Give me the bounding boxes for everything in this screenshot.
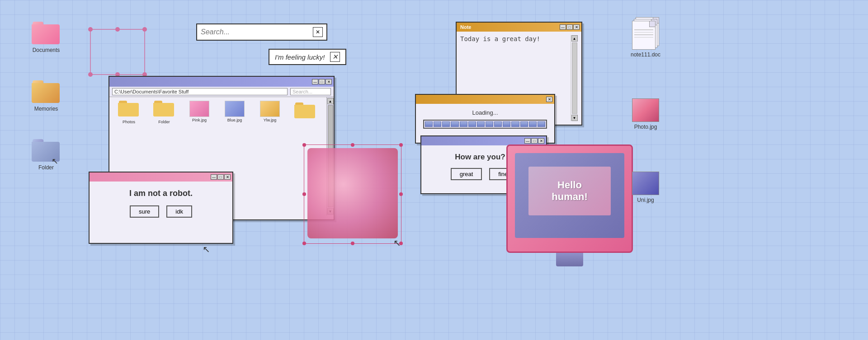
explorer-item-pink[interactable]: Pink.jpg: [184, 101, 215, 124]
monitor-outer-frame: Hellohuman!: [506, 144, 633, 253]
loading-seg-8: [486, 121, 493, 127]
loading-seg-3: [442, 121, 450, 127]
robot-dialog-buttons: sure idk: [97, 205, 225, 218]
loading-seg-14: [538, 121, 545, 127]
selection-handle-bm[interactable]: [351, 242, 354, 245]
loading-seg-4: [451, 121, 458, 127]
loading-seg-6: [468, 121, 476, 127]
loading-seg-12: [520, 121, 528, 127]
note-close-button[interactable]: ✕: [573, 24, 580, 30]
note-titlebar[interactable]: Note — □ ✕: [457, 23, 581, 32]
explorer-item-blue[interactable]: Blue.jpg: [219, 101, 250, 124]
selection-handle-tr[interactable]: [399, 143, 403, 147]
robot-sure-button[interactable]: sure: [130, 205, 159, 218]
folder-memories[interactable]: Memories: [28, 80, 64, 112]
explorer-minimize-button[interactable]: —: [312, 79, 318, 84]
note-scroll-thumb[interactable]: [572, 42, 577, 114]
note-title-text: Note: [458, 24, 560, 30]
note-minimize-button[interactable]: —: [560, 24, 566, 30]
note111-label: note111.doc: [631, 51, 660, 58]
howru-minimize-button[interactable]: —: [524, 138, 531, 144]
explorer-address[interactable]: C:\User\Documents\Favorite Stuff: [112, 88, 288, 95]
note-maximize-button[interactable]: □: [566, 24, 573, 30]
explorer-close-button[interactable]: ✕: [326, 79, 332, 84]
monitor-text: Hellohuman!: [552, 179, 587, 203]
note-scroll-down[interactable]: ▼: [571, 115, 578, 121]
monitor-stand: [556, 253, 583, 266]
robot-dialog-body: I am not a robot. sure idk: [90, 182, 232, 225]
howru-close-button[interactable]: ✕: [538, 138, 544, 144]
explorer-maximize-button[interactable]: □: [319, 79, 325, 84]
explorer-item-yellow[interactable]: Ylw.jpg: [254, 101, 286, 124]
explorer-item-yellow-label: Ylw.jpg: [264, 118, 277, 122]
robot-titlebar[interactable]: — □ ✕: [90, 172, 232, 182]
loading-seg-9: [494, 121, 502, 127]
uni-thumbnail: [632, 172, 659, 195]
robot-idk-button[interactable]: idk: [166, 205, 192, 218]
gradient-blob: [307, 148, 398, 238]
loading-titlebar[interactable]: ✕: [416, 95, 554, 104]
explorer-item-blue-label: Blue.jpg: [227, 118, 242, 122]
robot-dialog-text: I am not a robot.: [97, 189, 225, 198]
explorer-titlebar[interactable]: — □ ✕: [109, 77, 334, 87]
howru-maximize-button[interactable]: □: [531, 138, 538, 144]
loading-seg-11: [511, 121, 519, 127]
howru-controls: — □ ✕: [524, 138, 544, 144]
search-input[interactable]: [201, 28, 313, 36]
loading-seg-5: [460, 121, 467, 127]
explorer-addressbar: C:\User\Documents\Favorite Stuff Search.…: [109, 87, 334, 97]
explorer-item-pink-label: Pink.jpg: [192, 118, 207, 122]
loading-seg-7: [477, 121, 485, 127]
explorer-controls: — □ ✕: [312, 79, 332, 84]
lucky-close-button[interactable]: ✕: [330, 52, 340, 62]
selection-handle-tm[interactable]: [351, 143, 354, 147]
loading-body: Loading...: [416, 104, 554, 134]
monitor-inner-frame: Hellohuman!: [515, 153, 624, 238]
note-scroll-up[interactable]: ▲: [571, 35, 578, 42]
file-uni[interactable]: Uni.jpg: [627, 172, 664, 203]
search-bar: ✕: [196, 23, 327, 41]
file-note111[interactable]: note111.doc: [627, 17, 664, 58]
folder-blue[interactable]: ↖ Folder: [28, 139, 64, 171]
robot-maximize-button[interactable]: □: [217, 174, 224, 180]
howru-great-button[interactable]: great: [451, 168, 482, 180]
monitor: Hellohuman!: [506, 144, 633, 271]
lucky-bar: I'm feeling lucky! ✕: [269, 49, 346, 65]
scroll-up-button[interactable]: ▲: [327, 98, 334, 104]
explorer-search-field[interactable]: Search...: [290, 88, 331, 95]
howru-titlebar[interactable]: — □ ✕: [421, 136, 546, 145]
svg-point-5: [115, 27, 120, 32]
selection-handle-bl[interactable]: [302, 242, 306, 245]
svg-point-1: [88, 27, 93, 32]
explorer-item-photos-label: Photos: [123, 120, 135, 124]
explorer-item-photos[interactable]: Photos: [113, 101, 145, 124]
svg-point-2: [142, 27, 147, 32]
lucky-label: I'm feeling lucky!: [275, 53, 325, 61]
file-photo[interactable]: Photo.jpg: [627, 98, 664, 130]
loading-seg-13: [529, 121, 537, 127]
uni-label: Uni.jpg: [637, 197, 654, 203]
loading-seg-10: [503, 121, 510, 127]
note111-icon: [631, 17, 660, 50]
robot-minimize-button[interactable]: —: [211, 174, 217, 180]
folder-documents[interactable]: Documents: [28, 22, 64, 53]
robot-controls: — □ ✕: [211, 174, 231, 180]
svg-point-3: [88, 72, 93, 77]
selection-handle-br[interactable]: [399, 242, 403, 245]
photo-thumbnail: [632, 98, 659, 122]
robot-close-button[interactable]: ✕: [224, 174, 231, 180]
loading-bar: [423, 120, 547, 129]
note-controls: — □ ✕: [560, 24, 580, 30]
cursor-arrow-robot: ↖: [203, 244, 210, 255]
robot-dialog: — □ ✕ I am not a robot. sure idk: [89, 172, 233, 244]
explorer-item-extra-folder[interactable]: [289, 102, 321, 124]
explorer-item-folder[interactable]: Folder: [148, 101, 180, 124]
note-scrollbar: ▲ ▼: [571, 35, 578, 121]
loading-seg-2: [434, 121, 441, 127]
selection-handle-mr[interactable]: [399, 192, 403, 196]
loading-close-button[interactable]: ✕: [546, 97, 552, 102]
svg-rect-0: [90, 29, 145, 75]
loading-text: Loading...: [423, 109, 547, 116]
explorer-item-folder-label: Folder: [158, 120, 170, 124]
search-close-button[interactable]: ✕: [313, 27, 323, 37]
